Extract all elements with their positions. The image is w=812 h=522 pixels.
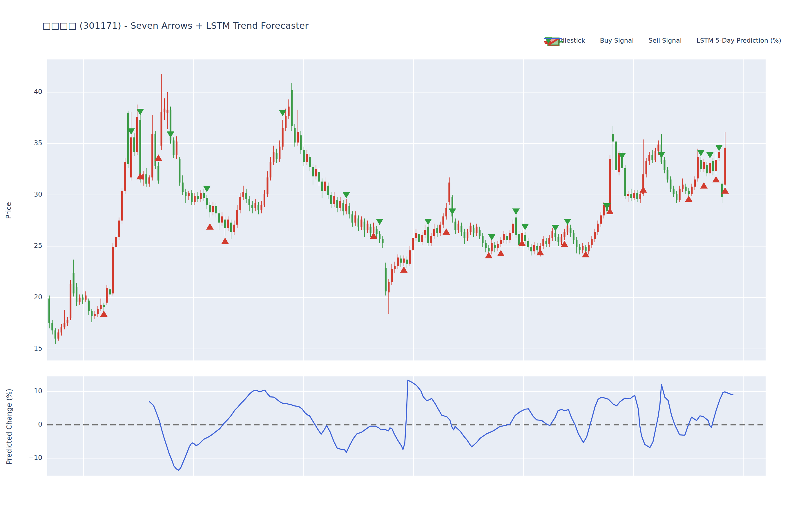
candle-body bbox=[651, 155, 653, 160]
candle-body bbox=[258, 205, 259, 210]
candle-body bbox=[646, 161, 647, 174]
candle-body bbox=[388, 282, 389, 292]
candle-body bbox=[351, 214, 353, 222]
candle-body bbox=[527, 241, 529, 247]
candle-body bbox=[91, 311, 93, 316]
candle-body bbox=[530, 247, 532, 252]
candle-body bbox=[682, 185, 684, 189]
candle-body bbox=[130, 138, 132, 178]
candle-body bbox=[182, 183, 184, 192]
candle-body bbox=[333, 196, 335, 204]
candle-body bbox=[248, 199, 250, 205]
pred-tick-label: 10 bbox=[0, 387, 42, 395]
candle-body bbox=[364, 222, 365, 230]
candle-body bbox=[391, 269, 393, 282]
pred-tick-label: −10 bbox=[0, 454, 42, 461]
candle-body bbox=[206, 198, 208, 205]
candle-body bbox=[279, 147, 280, 159]
candle-body bbox=[458, 224, 459, 230]
candle-body bbox=[594, 232, 596, 239]
candle-body bbox=[470, 226, 471, 232]
candle-body bbox=[461, 226, 462, 232]
candle-body bbox=[315, 169, 317, 177]
candle-body bbox=[439, 225, 441, 233]
candle-body bbox=[376, 229, 378, 234]
candle-body bbox=[188, 193, 190, 196]
candle-body bbox=[418, 234, 420, 242]
candle-body bbox=[191, 193, 192, 202]
candle-body bbox=[73, 273, 75, 294]
candle-body bbox=[685, 187, 686, 191]
candle-body bbox=[706, 165, 708, 173]
candle-body bbox=[491, 243, 493, 251]
candle-body bbox=[570, 228, 571, 233]
candle-body bbox=[260, 205, 262, 210]
candle-body bbox=[464, 232, 465, 238]
legend-sell-label: Sell Signal bbox=[648, 37, 682, 44]
candle-body bbox=[185, 192, 186, 196]
candle-body bbox=[209, 205, 211, 212]
candle-body bbox=[679, 189, 681, 200]
candle-body bbox=[533, 245, 535, 252]
candle-body bbox=[554, 233, 556, 237]
candle-body bbox=[361, 220, 362, 227]
candle-body bbox=[266, 178, 268, 194]
candle-body bbox=[724, 147, 726, 184]
candle-body bbox=[579, 247, 581, 250]
candle-body bbox=[276, 153, 278, 159]
candle-body bbox=[503, 234, 505, 240]
candle-body bbox=[524, 235, 526, 241]
candle-body bbox=[233, 225, 235, 232]
candle-body bbox=[55, 330, 56, 338]
legend-buy-label: Buy Signal bbox=[600, 37, 634, 44]
candle-body bbox=[676, 194, 677, 200]
candle-body bbox=[327, 186, 329, 195]
candle-body bbox=[324, 182, 326, 191]
candle-body bbox=[194, 196, 196, 202]
candle-body bbox=[303, 149, 305, 162]
candle-body bbox=[518, 234, 520, 245]
chart-title: □□□□ (301171) - Seven Arrows + LSTM Tren… bbox=[42, 20, 308, 31]
candle-body bbox=[400, 259, 402, 263]
candle-body bbox=[585, 247, 587, 252]
candle-body bbox=[573, 233, 574, 240]
candle-body bbox=[236, 210, 238, 225]
candle-body bbox=[321, 182, 323, 191]
candle-body bbox=[497, 244, 499, 248]
candle-body bbox=[633, 193, 635, 198]
candle-body bbox=[588, 245, 590, 252]
candle-body bbox=[654, 151, 656, 160]
candle-body bbox=[424, 230, 426, 235]
candle-body bbox=[615, 142, 617, 170]
candle-body bbox=[203, 193, 205, 198]
candle-body bbox=[667, 170, 668, 180]
candle-body bbox=[212, 206, 214, 212]
candle-body bbox=[509, 233, 511, 240]
candle-body bbox=[546, 241, 547, 244]
candle-body bbox=[215, 206, 217, 214]
candle-body bbox=[373, 227, 374, 233]
candle-body bbox=[106, 288, 107, 303]
pred-tick-label: 0 bbox=[0, 421, 42, 428]
candle-body bbox=[109, 289, 111, 295]
candle-body bbox=[148, 178, 150, 184]
candle-body bbox=[624, 168, 626, 196]
candle-body bbox=[255, 203, 256, 208]
candle-body bbox=[112, 247, 114, 294]
candle-body bbox=[515, 218, 517, 235]
candle-body bbox=[242, 192, 244, 197]
candle-body bbox=[270, 162, 271, 178]
candle-body bbox=[612, 134, 614, 142]
chart-canvas bbox=[0, 0, 812, 522]
legend-item-sell: Sell Signal bbox=[645, 37, 682, 44]
candle-body bbox=[345, 204, 347, 212]
candle-body bbox=[48, 299, 50, 323]
candle-body bbox=[306, 154, 308, 162]
candle-body bbox=[294, 128, 296, 143]
candle-body bbox=[567, 226, 568, 232]
candle-body bbox=[300, 136, 302, 150]
candle-body bbox=[318, 172, 320, 182]
candle-body bbox=[245, 193, 247, 199]
candle-body bbox=[406, 260, 408, 264]
candle-body bbox=[636, 193, 638, 199]
